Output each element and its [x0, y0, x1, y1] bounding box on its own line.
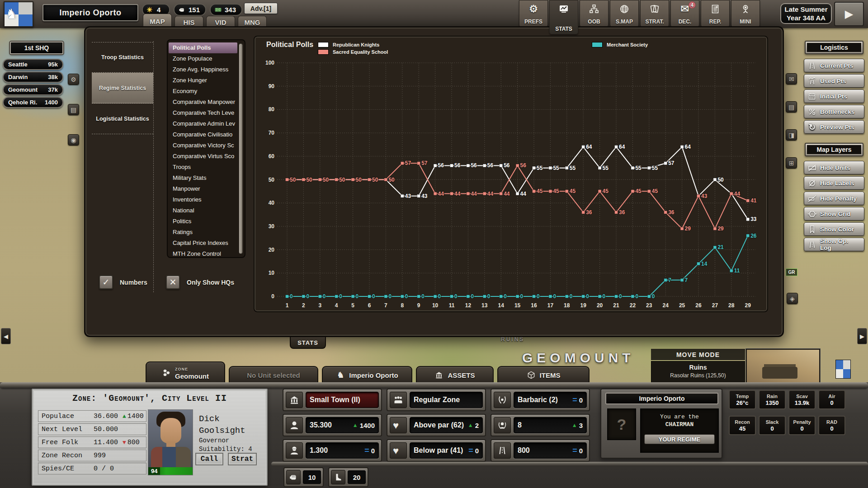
report-item[interactable]: Comparative Victory Sc [169, 140, 237, 151]
preview-pts-button[interactable]: ↻Preview Pts [804, 120, 864, 134]
prefs-button[interactable]: ⚙PREFS [519, 0, 548, 27]
report-item[interactable]: Military Stats [169, 173, 237, 183]
bottom-tab-items[interactable]: ITEMS [497, 366, 590, 383]
zone-row-value: 36.600 [94, 413, 118, 420]
city-item-geomount[interactable]: Geomount37k [3, 84, 63, 95]
report-item[interactable]: Political Polls [169, 42, 237, 53]
bottom-tab-geomount[interactable]: ZONEGeomount [146, 361, 225, 383]
numbers-checkbox[interactable]: ✓ [99, 275, 113, 289]
initial-pts-button[interactable]: Initial Pts [804, 89, 864, 103]
hide-units-button[interactable]: Hide Units [804, 161, 864, 174]
stats-category-nav: Troop StatisticsRegime StatisticsLogisti… [92, 42, 153, 134]
map-side-overlay-button[interactable]: ◨ [786, 129, 797, 141]
zone-extra-cell[interactable]: 20 [328, 467, 368, 487]
oob-button[interactable]: OOB [580, 0, 609, 27]
report-item[interactable]: Comparative Virtus Sco [169, 151, 237, 162]
laurel-person-icon [494, 417, 511, 433]
delta-value: 1400 [360, 422, 375, 429]
sidebar-scope-button[interactable]: ◉ [68, 134, 79, 145]
zone-stat-cell[interactable]: Regular Zone [387, 389, 486, 411]
zone-stat-cell[interactable]: 800=0 [491, 439, 590, 462]
zone-stat-cell[interactable]: 1.300=0 [283, 439, 382, 462]
show-color-button[interactable]: Show Color [804, 222, 864, 236]
legend-swatch [318, 42, 329, 47]
show-grid-button[interactable]: Show Grid [804, 207, 864, 221]
smap-button[interactable]: S.MAP [610, 0, 639, 27]
advisor-button[interactable]: Adv.[1] [244, 3, 278, 14]
report-item[interactable]: Zone Populace [169, 53, 237, 64]
city-item-darwin[interactable]: Darwin38k [3, 71, 63, 83]
map-side-messages-button[interactable]: ✉ [786, 73, 797, 84]
soldier-icon [289, 445, 300, 456]
report-item[interactable]: Comparative Tech Leve [169, 108, 237, 118]
report-item[interactable]: MTH Zone Control [169, 249, 237, 259]
svg-text:0: 0 [619, 293, 622, 300]
svg-text:29: 29 [745, 302, 751, 309]
report-item[interactable]: Comparative Admin Lev [169, 118, 237, 129]
call-button[interactable]: Call [195, 453, 223, 465]
svg-text:43: 43 [701, 193, 708, 199]
zone-stat-cell[interactable]: 35.300▲1400 [283, 414, 382, 436]
stats-nav-regime[interactable]: Regime Statistics [92, 73, 153, 103]
stats-nav-troop[interactable]: Troop Statistics [92, 42, 153, 73]
report-item[interactable]: Politics [169, 216, 237, 227]
strat-button[interactable]: STRAT. [640, 0, 669, 27]
stats-nav-logistical[interactable]: Logistical Statistics [92, 103, 153, 134]
map-scroll-left-button[interactable]: ◀ [1, 328, 11, 344]
report-item[interactable]: Comparative Civilisatio [169, 129, 237, 140]
svg-text:44: 44 [520, 191, 527, 197]
bottlenecks-button[interactable]: Bottlenecks [804, 105, 864, 118]
zone-stat-cell[interactable]: 8▲3 [491, 414, 590, 436]
report-item[interactable]: National [169, 205, 237, 216]
sidebar-list-button[interactable]: ▤ [68, 104, 79, 115]
zone-stat-cell[interactable]: Barbaric (2)=0 [491, 389, 590, 411]
map-side-panel-button[interactable]: ▤ [786, 101, 797, 113]
mini-button[interactable]: MINI [731, 0, 760, 27]
svg-text:36: 36 [619, 209, 625, 216]
map-city-label: GEOMOUNT [522, 350, 635, 366]
end-turn-button[interactable]: ▶ [834, 2, 864, 26]
bottom-tab-assets[interactable]: ASSETS [416, 366, 494, 383]
only-show-hqs-checkbox[interactable]: ✕ [166, 275, 180, 289]
show-op-log-button[interactable]: Show Op. Log [804, 238, 864, 251]
report-item[interactable]: Economy [169, 86, 237, 97]
city-item-qehole-ri-[interactable]: Qehole Ri.1400 [3, 97, 63, 108]
zone-extra-cell[interactable]: 10 [283, 467, 324, 487]
sidebar-settings-button[interactable]: ⚙ [68, 74, 79, 85]
strat-button[interactable]: Strat [228, 453, 257, 465]
hide-labels-button[interactable]: Hide Labels [804, 176, 864, 190]
report-item[interactable]: Zone Hunger [169, 75, 237, 86]
current-pts-button[interactable]: Current Pts [804, 59, 864, 72]
used-pts-button[interactable]: Used Pts [804, 74, 864, 88]
bottom-tab-imperio-oporto[interactable]: ♞Imperio Oporto [322, 366, 412, 383]
report-item[interactable]: Comparative Manpower [169, 97, 237, 108]
city-item-seattle[interactable]: Seattle95k [3, 59, 63, 70]
rep-button[interactable]: REP. [701, 0, 730, 27]
list-scrollbar[interactable] [239, 43, 243, 254]
report-item[interactable]: Manpower [169, 183, 237, 194]
report-item[interactable]: Troops [169, 162, 237, 173]
condition-label: Slack [766, 419, 779, 425]
delta-value: 0 [579, 447, 583, 455]
svg-text:0: 0 [553, 293, 556, 300]
stats-window-tab[interactable]: STATS [290, 337, 326, 349]
map-side-marker-button[interactable]: ◈ [787, 293, 798, 304]
zone-stat-cell[interactable]: ♥Above par (62)▲2 [387, 414, 486, 436]
report-item[interactable]: Capital Price Indexes [169, 238, 237, 249]
governor-portrait[interactable]: 94 [148, 409, 193, 475]
bottom-tab-no-unit-selected[interactable]: No Unit selected [229, 366, 318, 383]
report-item[interactable]: Inventories [169, 194, 237, 205]
report-item[interactable]: Ratings [169, 227, 237, 238]
stats-button[interactable]: STATS [549, 0, 578, 34]
map-side-grid-button[interactable]: ⊞ [786, 157, 797, 169]
report-item[interactable]: Zone Avg. Happiness [169, 64, 237, 75]
dec-button[interactable]: ✉DEC.4 [670, 0, 699, 27]
cell-value: 1.300 [310, 446, 364, 455]
your-regime-button[interactable]: YOUR REGIME [644, 434, 715, 444]
regime-nameplate[interactable]: Imperio Oporto [42, 4, 138, 21]
zone-stat-cell[interactable]: ♥Below par (41)=0 [387, 439, 486, 462]
map-scroll-right-button[interactable]: ▶ [857, 328, 867, 344]
hq-header[interactable]: 1st SHQ [10, 42, 63, 54]
hide-penalty-button[interactable]: Hide Penalty [804, 192, 864, 205]
zone-stat-cell[interactable]: Small Town (II) [283, 389, 382, 411]
